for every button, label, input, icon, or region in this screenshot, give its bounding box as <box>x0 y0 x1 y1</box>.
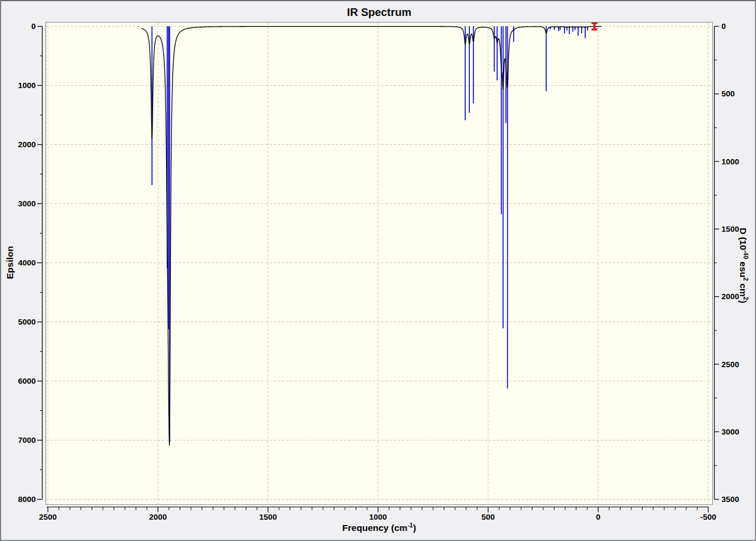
spectrum-curve <box>141 27 601 446</box>
x-axis-tick-label: -500 <box>700 513 716 521</box>
x-axis-title-text: Frequency (cm <box>342 523 407 533</box>
y-right-tick-label: 500 <box>722 89 735 98</box>
y-axis-left-title: Epsilon <box>5 246 15 279</box>
x-axis-tick-label: 0 <box>596 513 601 521</box>
y-right-tick-label: 1500 <box>722 225 739 234</box>
y-left-tick-label: 7000 <box>18 436 35 445</box>
y-left-tick-label: 6000 <box>18 377 35 385</box>
y-right-tick-label: 2500 <box>722 360 739 369</box>
y-axis-right: 0500100015002000250030003500 <box>715 22 739 504</box>
chart-title: IR Spectrum <box>46 6 713 20</box>
x-axis-tick-label: 1000 <box>369 513 387 521</box>
x-axis-tick-label: 500 <box>482 513 495 521</box>
y-left-tick-label: 3000 <box>18 199 35 208</box>
y-right-tick-label: 3000 <box>722 427 739 436</box>
y-left-tick-label: 0 <box>31 22 36 31</box>
plot-canvas <box>46 22 712 504</box>
y-left-tick-label: 2000 <box>18 140 35 149</box>
y-right-tick-label: 1000 <box>722 157 739 166</box>
x-axis-tick-label: 2500 <box>39 513 57 521</box>
y-axis-right-title: D (10-40 esu2 cm2) <box>738 228 748 303</box>
plot-area[interactable] <box>46 22 713 505</box>
y-left-tick-label: 5000 <box>18 318 35 326</box>
y-right-tick-label: 3500 <box>722 495 739 504</box>
ir-spectrum-curve <box>141 27 601 446</box>
y-left-tick-label: 4000 <box>18 258 35 267</box>
y-right-tick-label: 0 <box>722 22 726 31</box>
y-left-tick-label: 8000 <box>18 495 35 504</box>
x-axis-tick-label: 1500 <box>259 513 277 521</box>
gridlines <box>46 22 712 504</box>
x-axis-title-close: ) <box>413 523 416 533</box>
y-left-tick-label: 1000 <box>18 81 35 90</box>
x-axis: 25002000150010005000-500 <box>39 507 716 522</box>
x-axis-title: Frequency (cm-1) <box>46 523 713 533</box>
y-axis-left: 010002000300040005000600070008000 <box>18 22 42 504</box>
mode-sticks <box>152 27 588 442</box>
x-axis-tick-label: 2000 <box>149 513 167 521</box>
y-right-tick-label: 2000 <box>722 292 739 301</box>
x-axis-title-sup: -1 <box>407 521 413 529</box>
